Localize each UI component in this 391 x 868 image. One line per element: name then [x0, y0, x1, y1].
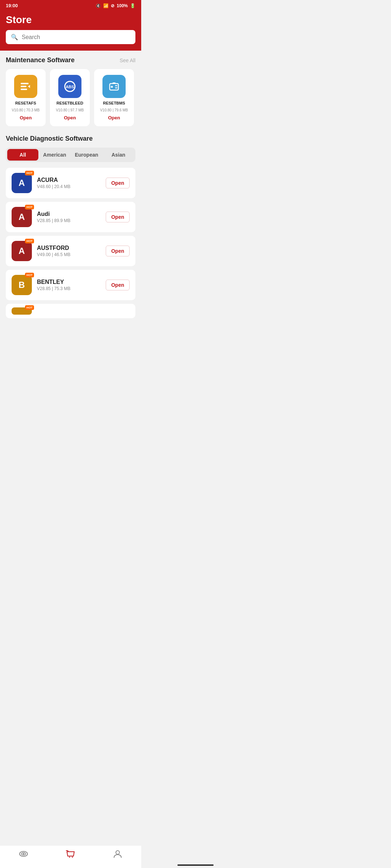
vehicle-name-bentley: BENTLEY — [37, 279, 101, 285]
search-bar[interactable]: 🔍 — [6, 30, 135, 44]
hot-badge-bentley: HOT — [25, 273, 34, 277]
maintenance-see-all[interactable]: See All — [119, 58, 135, 63]
maint-open-resetbms[interactable]: Open — [108, 115, 120, 120]
maintenance-card[interactable]: RESETBMS V10.80 | 79.6 MB Open — [94, 69, 134, 126]
header: Store 🔍 — [0, 11, 141, 51]
filter-tab-european[interactable]: European — [71, 149, 102, 161]
vehicle-open-austford[interactable]: Open — [106, 246, 130, 256]
vehicle-name-austford: AUSTFORD — [37, 245, 101, 251]
vehicle-logo-wrap-bentley: B HOT — [12, 275, 32, 295]
vehicle-logo-wrap-acura: A HOT — [12, 173, 32, 193]
status-bar: 19:00 🔇 📶 ⊘ 100% 🔋 — [0, 0, 141, 11]
vehicle-name-acura: ACURA — [37, 177, 101, 183]
vehicle-info-austford: AUSTFORD V49.00 | 46.5 MB — [37, 245, 101, 257]
filter-tab-all[interactable]: All — [7, 149, 38, 161]
vehicle-logo-audi: A — [12, 207, 32, 227]
vehicle-logo-wrap-audi: A HOT — [12, 207, 32, 227]
vehicle-info-acura: ACURA V48.60 | 20.4 MB — [37, 177, 101, 189]
svg-rect-1 — [21, 86, 26, 87]
vehicle-item-partial[interactable]: HOT — [6, 304, 135, 318]
battery-icon: 🔋 — [130, 3, 135, 8]
maint-icon-resetafs — [14, 75, 37, 98]
vehicle-section-header: Vehicle Diagnostic Software — [6, 135, 135, 142]
maint-ver-resetbms: V10.80 | 79.6 MB — [100, 108, 128, 112]
filter-tab-asian[interactable]: Asian — [103, 149, 134, 161]
vehicle-section-title: Vehicle Diagnostic Software — [6, 135, 93, 142]
maint-name-resetafs: RESETAFS — [15, 101, 36, 105]
vehicle-logo-austford: A — [12, 241, 32, 261]
status-time: 19:00 — [6, 3, 18, 8]
vehicle-item-audi[interactable]: A HOT Audi V28.85 | 89.9 MB Open — [6, 202, 135, 232]
maint-ver-resetbleed: V10.80 | 97.7 MB — [56, 108, 84, 112]
filter-tabs: All American European Asian — [6, 148, 135, 162]
vehicle-meta-acura: V48.60 | 20.4 MB — [37, 184, 101, 189]
maint-icon-resetbleed: ABS — [58, 75, 81, 98]
vehicle-open-audi[interactable]: Open — [106, 212, 130, 222]
maint-open-resetbleed[interactable]: Open — [64, 115, 76, 120]
maintenance-card[interactable]: ABS RESETBLEED V10.80 | 97.7 MB Open — [50, 69, 90, 126]
signal-icon: ⊘ — [111, 3, 114, 8]
svg-rect-7 — [113, 82, 115, 84]
vehicle-meta-austford: V49.00 | 46.5 MB — [37, 252, 101, 257]
maint-open-resetafs[interactable]: Open — [20, 115, 31, 120]
vehicle-item-austford[interactable]: A HOT AUSTFORD V49.00 | 46.5 MB Open — [6, 236, 135, 266]
vehicle-section: Vehicle Diagnostic Software All American… — [6, 135, 135, 318]
vehicle-meta-bentley: V28.85 | 75.3 MB — [37, 286, 101, 291]
maintenance-section-header: Maintenance Software See All — [6, 56, 135, 64]
battery-label: 100% — [117, 3, 128, 8]
maint-icon-resetbms — [102, 75, 126, 98]
vehicle-open-bentley[interactable]: Open — [106, 280, 130, 290]
vehicle-item-acura[interactable]: A HOT ACURA V48.60 | 20.4 MB Open — [6, 168, 135, 198]
hot-badge-partial: HOT — [25, 305, 34, 310]
svg-text:ABS: ABS — [66, 85, 74, 89]
maint-name-resetbleed: RESETBLEED — [56, 101, 83, 105]
vehicle-item-bentley[interactable]: B HOT BENTLEY V28.85 | 75.3 MB Open — [6, 270, 135, 300]
maintenance-list: RESETAFS V10.80 | 70.3 MB Open ABS RESET… — [6, 69, 135, 128]
maintenance-card[interactable]: RESETAFS V10.80 | 70.3 MB Open — [6, 69, 46, 126]
status-right: 🔇 📶 ⊘ 100% 🔋 — [96, 3, 135, 8]
maint-name-resetbms: RESETBMS — [103, 101, 125, 105]
page-title: Store — [6, 14, 135, 26]
vehicle-info-audi: Audi V28.85 | 89.9 MB — [37, 211, 101, 223]
hot-badge-austford: HOT — [25, 239, 34, 243]
vehicle-info-bentley: BENTLEY V28.85 | 75.3 MB — [37, 279, 101, 291]
vehicle-open-acura[interactable]: Open — [106, 178, 130, 188]
vehicle-logo-wrap-partial: HOT — [12, 307, 32, 315]
vehicle-meta-audi: V28.85 | 89.9 MB — [37, 218, 101, 223]
vehicle-logo-bentley: B — [12, 275, 32, 295]
wifi-icon: 📶 — [103, 3, 109, 8]
hot-badge-acura: HOT — [25, 171, 34, 175]
svg-marker-3 — [28, 85, 30, 88]
hot-badge-audi: HOT — [25, 205, 34, 209]
vehicle-logo-wrap-austford: A HOT — [12, 241, 32, 261]
search-input[interactable] — [22, 34, 130, 41]
maintenance-title: Maintenance Software — [6, 56, 75, 64]
vehicle-name-audi: Audi — [37, 211, 101, 217]
svg-rect-0 — [21, 83, 29, 84]
vehicle-logo-acura: A — [12, 173, 32, 193]
maint-ver-resetafs: V10.80 | 70.3 MB — [12, 108, 39, 112]
svg-rect-2 — [21, 89, 27, 90]
filter-tab-american[interactable]: American — [39, 149, 70, 161]
search-icon: 🔍 — [11, 34, 18, 41]
main-content: Maintenance Software See All RESETAFS V1… — [0, 51, 141, 328]
mute-icon: 🔇 — [96, 3, 101, 8]
